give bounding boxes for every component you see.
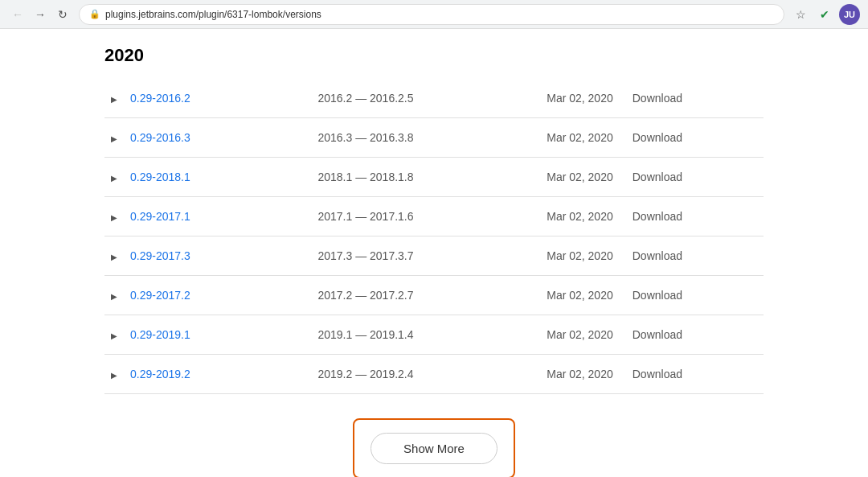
expand-arrow-icon[interactable]: ▶ [111,213,117,222]
date-cell: Mar 02, 2020 [469,236,619,276]
table-row: ▶ 0.29-2017.3 2017.3 — 2017.3.7 Mar 02, … [104,236,764,276]
date-cell: Mar 02, 2020 [469,197,619,236]
expand-arrow-icon[interactable]: ▶ [111,174,117,183]
date-cell: Mar 02, 2020 [469,118,619,158]
table-row: ▶ 0.29-2017.1 2017.1 — 2017.1.6 Mar 02, … [104,197,764,236]
download-cell: Download [620,276,764,315]
table-row: ▶ 0.29-2019.2 2019.2 — 2019.2.4 Mar 02, … [104,355,764,394]
table-row: ▶ 0.29-2016.2 2016.2 — 2016.2.5 Mar 02, … [104,79,764,118]
download-button[interactable]: Download [626,167,689,187]
version-cell: 0.29-2018.1 [124,158,263,197]
ide-range-cell: 2019.1 — 2019.1.4 [263,315,469,355]
table-row: ▶ 0.29-2017.2 2017.2 — 2017.2.7 Mar 02, … [104,276,764,315]
download-cell: Download [620,118,764,158]
version-link[interactable]: 0.29-2018.1 [130,171,190,183]
version-link[interactable]: 0.29-2016.2 [130,92,190,105]
download-cell: Download [620,315,764,355]
version-link[interactable]: 0.29-2019.1 [130,328,190,341]
versions-table: ▶ 0.29-2016.2 2016.2 — 2016.2.5 Mar 02, … [104,79,764,394]
star-button[interactable]: ☆ [791,5,810,24]
expand-arrow-icon[interactable]: ▶ [111,95,117,104]
avatar-button[interactable]: JU [839,4,860,25]
show-more-container: Show More [104,418,764,477]
ide-range-cell: 2017.1 — 2017.1.6 [263,197,469,236]
expand-cell: ▶ [104,236,124,276]
version-link[interactable]: 0.29-2019.2 [130,368,190,380]
show-more-button[interactable]: Show More [371,433,497,464]
version-cell: 0.29-2017.3 [124,236,263,276]
date-cell: Mar 02, 2020 [469,158,619,197]
download-cell: Download [620,197,764,236]
ide-range-cell: 2019.2 — 2019.2.4 [263,355,469,394]
version-cell: 0.29-2019.2 [124,355,263,394]
expand-cell: ▶ [104,197,124,236]
ide-range-cell: 2016.3 — 2016.3.8 [263,118,469,158]
reload-button[interactable]: ↻ [53,5,72,24]
download-button[interactable]: Download [626,364,689,384]
download-button[interactable]: Download [626,325,689,344]
expand-cell: ▶ [104,276,124,315]
year-heading: 2020 [104,45,764,66]
expand-cell: ▶ [104,315,124,355]
expand-arrow-icon[interactable]: ▶ [111,253,117,261]
download-button[interactable]: Download [626,286,689,305]
download-button[interactable]: Download [626,128,689,147]
version-cell: 0.29-2017.1 [124,197,263,236]
version-cell: 0.29-2017.2 [124,276,263,315]
nav-buttons: ← → ↻ [8,5,72,24]
address-bar[interactable]: 🔒 plugins.jetbrains.com/plugin/6317-lomb… [79,4,784,25]
date-cell: Mar 02, 2020 [469,355,619,394]
show-more-highlight: Show More [353,418,515,477]
expand-arrow-icon[interactable]: ▶ [111,371,117,380]
download-cell: Download [620,236,764,276]
download-cell: Download [620,79,764,118]
expand-cell: ▶ [104,118,124,158]
date-cell: Mar 02, 2020 [469,315,619,355]
browser-chrome: ← → ↻ 🔒 plugins.jetbrains.com/plugin/631… [0,0,868,29]
version-cell: 0.29-2016.2 [124,79,263,118]
version-link[interactable]: 0.29-2017.1 [130,210,190,223]
version-cell: 0.29-2019.1 [124,315,263,355]
forward-button[interactable]: → [31,5,50,24]
table-row: ▶ 0.29-2019.1 2019.1 — 2019.1.4 Mar 02, … [104,315,764,355]
ide-range-cell: 2017.2 — 2017.2.7 [263,276,469,315]
version-cell: 0.29-2016.3 [124,118,263,158]
expand-arrow-icon[interactable]: ▶ [111,134,117,143]
expand-arrow-icon[interactable]: ▶ [111,292,117,301]
ide-range-cell: 2018.1 — 2018.1.8 [263,158,469,197]
version-link[interactable]: 0.29-2017.2 [130,289,190,302]
date-cell: Mar 02, 2020 [469,276,619,315]
ide-range-cell: 2017.3 — 2017.3.7 [263,236,469,276]
expand-arrow-icon[interactable]: ▶ [111,331,117,340]
expand-cell: ▶ [104,158,124,197]
download-button[interactable]: Download [626,246,689,265]
table-row: ▶ 0.29-2018.1 2018.1 — 2018.1.8 Mar 02, … [104,158,764,197]
back-button[interactable]: ← [8,5,27,24]
download-cell: Download [620,158,764,197]
url-text: plugins.jetbrains.com/plugin/6317-lombok… [105,9,321,20]
version-link[interactable]: 0.29-2017.3 [130,249,190,262]
browser-actions: ☆ ✔ JU [791,4,860,25]
date-cell: Mar 02, 2020 [469,79,619,118]
download-button[interactable]: Download [626,207,689,226]
ide-range-cell: 2016.2 — 2016.2.5 [263,79,469,118]
download-cell: Download [620,355,764,394]
lock-icon: 🔒 [89,9,100,19]
verified-button[interactable]: ✔ [815,5,834,24]
version-link[interactable]: 0.29-2016.3 [130,131,190,144]
page-content: 2020 ▶ 0.29-2016.2 2016.2 — 2016.2.5 Mar… [72,29,796,477]
table-row: ▶ 0.29-2016.3 2016.3 — 2016.3.8 Mar 02, … [104,118,764,158]
expand-cell: ▶ [104,355,124,394]
download-button[interactable]: Download [626,88,689,108]
expand-cell: ▶ [104,79,124,118]
